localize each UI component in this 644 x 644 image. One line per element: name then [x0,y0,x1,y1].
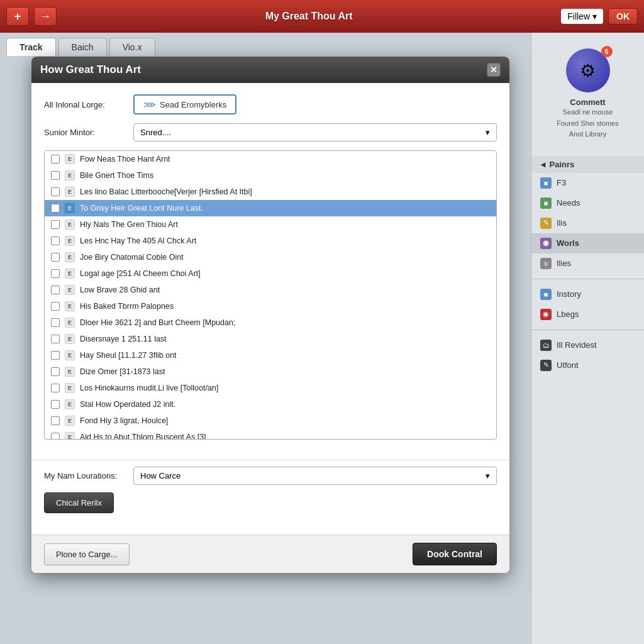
list-item[interactable]: E Hly Nals The Gren Thiou Art [45,216,496,233]
list-item-checkbox[interactable] [51,187,60,196]
list-item[interactable]: E Joe Biry Chatomai Coble Oint [45,249,496,265]
bottom-section: My Nam Lourations: How Carce ▾ Chical Re… [31,460,509,535]
sidebar-icon: ⚙ 6 [566,48,610,92]
list-item-text: Los Hinokaurns mudit.Li live [Tolloot/an… [80,384,218,392]
list-item-type-icon: E [65,187,75,197]
sidebar-item-worls[interactable]: ◉ Worls [531,233,644,253]
sidebar-item-needs[interactable]: ■ Needs [531,193,644,213]
list-item[interactable]: E Fond Hiy 3 ligrat, Houlce] [45,413,496,429]
chical-button[interactable]: Chical Rerilx [44,492,114,513]
list-item-checkbox[interactable] [51,384,60,392]
list-item-type-icon: E [65,219,75,230]
list-item-text: Stal How Operdated J2 inlt. [80,400,175,409]
list-item-type-icon: E [65,269,75,279]
list-item[interactable]: E Los Hinokaurns mudit.Li live [Tolloot/… [45,380,496,396]
arrow-button[interactable]: → [34,7,57,26]
f3-icon: ■ [540,177,552,189]
needs-icon: ■ [540,197,552,209]
list-item[interactable]: E Logal age [251 Al Cheem Choi Art] [45,265,496,282]
sidebar-item-label: Worls [557,238,579,248]
list-item[interactable]: E To Gnsy Heir Great Lont Nure Last. [45,200,496,216]
dook-button[interactable]: Dook Contral [413,543,497,565]
sidebar-icon-label: Commett [538,97,638,107]
list-item-text: Joe Biry Chatomai Coble Oint [80,253,184,262]
search-icon: ⋙ [143,99,156,109]
list-item-type-icon: E [65,416,75,426]
list-item[interactable]: E Fow Neas Thoe Hant Arnt [45,151,496,167]
tab-track[interactable]: Track [6,38,56,56]
list-item[interactable]: E Low Brave 28 Ghid ant [45,282,496,298]
list-item-text: Logal age [251 Al Cheem Choi Art] [80,269,201,278]
modal-body: All Inlonal Lorge: ⋙ Sead Eromyblerks Su… [31,83,509,460]
list-item-checkbox[interactable] [51,318,60,327]
tab-viox[interactable]: Vio.x [109,38,155,56]
sidebar-item-utfont[interactable]: ✎ Utfont [531,355,644,375]
sidebar-item-label: Ill Revidest [557,340,597,350]
list-item-type-icon: E [65,399,75,409]
sunior-mintor-row: Sunior Mintor: Snred.... ▾ [44,123,497,142]
sidebar-item-ill-revidest[interactable]: 🗂 Ill Revidest [531,335,644,355]
list-item-checkbox[interactable] [51,433,60,440]
modal-close-button[interactable]: ✕ [487,63,501,77]
sidebar-icon-area: ⚙ 6 Commett Seadl ne mouse Foured Shei s… [531,39,644,150]
sidebar-section-header: ◄ Painrs [531,156,644,173]
list-item-type-icon: E [65,170,75,180]
my-nam-lourations-select[interactable]: How Carce ▾ [133,467,497,485]
plus-button[interactable]: + [6,7,29,26]
sidebar-item-f3[interactable]: ■ F3 [531,173,644,193]
sidebar-divider [531,279,644,279]
list-item-checkbox[interactable] [51,335,60,343]
list-item[interactable]: E Bile Gnert Thoe Tims [45,167,496,184]
list-item[interactable]: E His Baked Tbrrm Palopnes [45,298,496,314]
list-item-type-icon: E [65,236,75,246]
sidebar-divider-2 [531,330,644,330]
list-item[interactable]: E Dize Omer [31-1873 last [45,364,496,380]
list-item-checkbox[interactable] [51,155,60,164]
list-item-type-icon: E [65,318,75,328]
list-item-checkbox[interactable] [51,204,60,213]
fillew-button[interactable]: Fillew ▾ [561,9,603,24]
sunior-mintor-value: Snred.... [140,128,171,137]
list-item[interactable]: E Les lino Balac Litterbooche[Verjer [Hi… [45,184,496,200]
list-item-checkbox[interactable] [51,253,60,262]
list-item-type-icon: E [65,154,75,164]
list-item-text: Ald Hs to Abut Thlom Buscent As [3] [80,433,206,440]
list-item[interactable]: E Les Hnc Hay The 405 Al Chck Art [45,233,496,249]
list-item-checkbox[interactable] [51,367,60,376]
list-item[interactable]: E Hay Sheul [11.1.27 3flib ont [45,347,496,364]
ilies-icon: ≡ [540,258,552,269]
ok-button[interactable]: OK [608,8,638,25]
sidebar-item-ilies[interactable]: ≡ Ilies [531,253,644,274]
modal-title: How Great Thou Art [40,64,480,76]
list-item[interactable]: E Ald Hs to Abut Thlom Buscent As [3] [45,429,496,440]
list-item-checkbox[interactable] [51,236,60,245]
list-item-checkbox[interactable] [51,351,60,360]
list-item-checkbox[interactable] [51,269,60,278]
lbegs-icon: ◉ [540,309,552,320]
list-item-checkbox[interactable] [51,220,60,229]
tab-baich[interactable]: Baich [58,38,107,56]
list-item-text: Les lino Balac Litterbooche[Verjer [Hirs… [80,187,252,196]
sidebar-item-ilis[interactable]: ✎ Ilis [531,213,644,233]
list-item-checkbox[interactable] [51,416,60,425]
list-item[interactable]: E Disersnaye 1 251.11 last [45,331,496,347]
modal-footer: Plone to Carge... Dook Contral [31,535,509,573]
list-item[interactable]: E Stal How Operdated J2 inlt. [45,396,496,413]
song-list[interactable]: E Fow Neas Thoe Hant Arnt E Bile Gnert T… [44,150,497,440]
list-item-checkbox[interactable] [51,286,60,294]
plone-button[interactable]: Plone to Carge... [44,543,130,565]
list-item-checkbox[interactable] [51,400,60,409]
list-item-type-icon: E [65,334,75,344]
sunior-mintor-select[interactable]: Snred.... ▾ [133,123,497,142]
list-item-text: Fond Hiy 3 ligrat, Houlce] [80,416,168,425]
sidebar-item-instory[interactable]: ■ Instory [531,284,644,304]
search-button[interactable]: ⋙ Sead Eromyblerks [133,94,236,114]
sidebar-item-lbegs[interactable]: ◉ Lbegs [531,304,644,325]
list-item-text: Dize Omer [31-1873 last [80,367,165,376]
list-item[interactable]: E Dloer Hie 3621 2] and Burt Cheem [Mpud… [45,314,496,331]
modal-titlebar: How Great Thou Art ✕ [31,57,509,83]
list-item-text: Low Brave 28 Ghid ant [80,286,160,294]
list-item-checkbox[interactable] [51,302,60,311]
list-item-checkbox[interactable] [51,171,60,180]
sunior-mintor-label: Sunior Mintor: [44,128,126,137]
